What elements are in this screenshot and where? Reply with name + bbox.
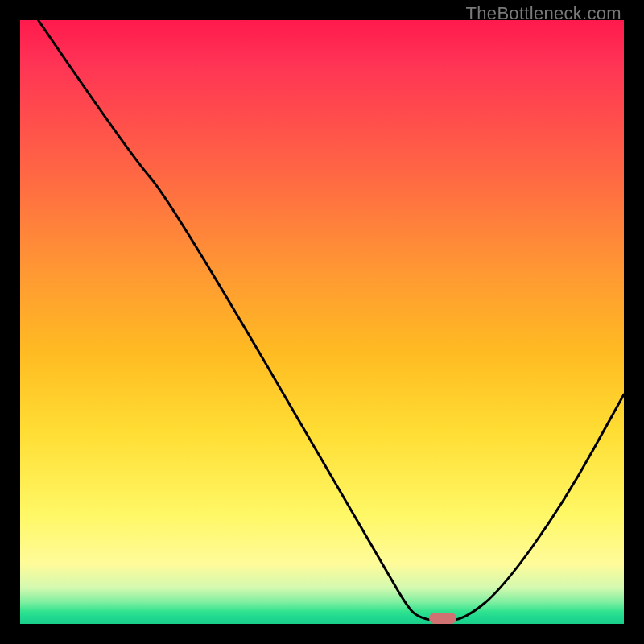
bottleneck-curve <box>20 20 624 624</box>
optimal-marker <box>429 613 456 624</box>
watermark-text: TheBottleneck.com <box>466 3 621 24</box>
plot-area <box>20 20 624 624</box>
chart-frame: TheBottleneck.com <box>0 0 644 644</box>
